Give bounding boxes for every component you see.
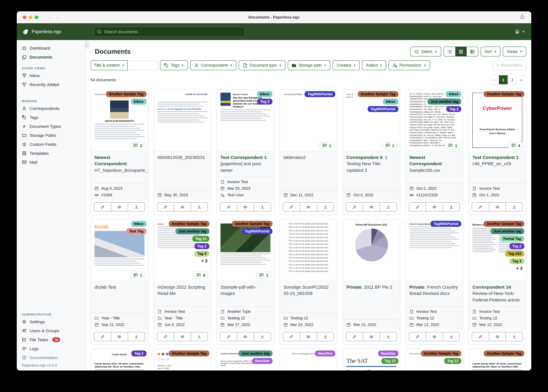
preview-button[interactable] (426, 203, 443, 211)
sidebar-item-tags[interactable]: Tags (17, 113, 85, 122)
document-correspondent[interactable]: Private (346, 284, 361, 289)
document-card[interactable]: Patient BP Distribution 2011 Private: 20… (343, 219, 400, 344)
document-title[interactable]: 0004814539_20230531 (154, 151, 211, 190)
comment-badge[interactable]: 1 (319, 142, 334, 149)
sidebar-item-storage-paths[interactable]: Storage Paths (17, 131, 85, 140)
tag-chip-tag-222[interactable]: Tag 222 (505, 251, 524, 257)
search-input[interactable]: Search documents (94, 27, 245, 37)
page-button-first[interactable]: « (490, 75, 499, 84)
tag-chip-another-sample-tag[interactable]: Another Sample Tag (106, 91, 147, 97)
edit-button[interactable] (346, 332, 363, 341)
back-icon[interactable]: ‹ (49, 15, 50, 20)
document-card[interactable]: This is a test for the double space char… (280, 219, 337, 344)
document-card[interactable]: Another Sample TagTag 12 This is a test (406, 349, 463, 371)
document-title[interactable]: tablerates2 (280, 151, 337, 190)
document-card[interactable]: TagWithPartial Country,Region/State,"...… (280, 89, 337, 215)
document-card[interactable]: TagWithPartial French Country Bread Priv… (406, 219, 463, 344)
document-card[interactable]: Another Sample TagInbox Francja pod rzNA… (91, 89, 148, 215)
document-title[interactable]: Correspondent 9: 1 Testing New Title Upd… (343, 151, 400, 190)
tag-chip-newone[interactable]: NewOne (252, 358, 272, 364)
sidebar-item-documentation[interactable]: Documentation (17, 353, 85, 362)
preview-button[interactable] (489, 332, 506, 341)
preview-button[interactable] (174, 332, 191, 341)
tag-chip-tag-2[interactable]: Tag 2 (131, 350, 146, 357)
document-correspondent[interactable]: Private (410, 284, 425, 289)
document-correspondent[interactable]: Test Correspondent 1 (220, 155, 267, 160)
document-card[interactable]: ✳ BANK OF SCOTLAND2,0 % p. a. auf Ihr Ta… (154, 89, 211, 215)
download-button[interactable] (443, 203, 460, 211)
document-card[interactable]: NewOne This is a multi page document. Pa… (280, 349, 337, 371)
preview-button[interactable] (111, 203, 128, 211)
share-icon[interactable] (520, 14, 525, 20)
document-card[interactable]: InboxTest Tag Drylab1 drylab Test Year -… (91, 219, 148, 344)
views-button[interactable]: Views▼ (503, 47, 526, 56)
edit-button[interactable] (157, 203, 174, 211)
select-button[interactable]: Select▼ (411, 47, 441, 56)
document-card[interactable]: NewOneTag 12 The SATPractice Test #1Make… (343, 349, 400, 371)
sidebar-item-documents[interactable]: Documents (17, 53, 85, 62)
tag-chip-another-sample-tag[interactable]: Another Sample Tag (484, 350, 524, 357)
sidebar-item-logs[interactable]: Logs (17, 344, 85, 353)
forward-icon[interactable]: › (57, 15, 59, 20)
edit-button[interactable] (409, 332, 426, 341)
sidebar-item-correspondents[interactable]: Correspondents (17, 104, 85, 113)
comment-badge[interactable]: 1 (130, 272, 145, 279)
page-button-last[interactable]: » (517, 75, 526, 84)
tag-chip-another-sample-tag[interactable]: Another Sample Tag (484, 91, 524, 97)
sort-button[interactable]: Sort▼ (481, 47, 500, 56)
preview-button[interactable] (363, 332, 380, 341)
download-button[interactable] (128, 332, 145, 341)
sidebar-item-recently-added[interactable]: Recently Added (17, 80, 85, 89)
filter-permissions-button[interactable]: Permissions▼ (389, 60, 430, 70)
tag-chip-tag-2[interactable]: Tag 2 (194, 243, 209, 249)
tag-chip-tag-12[interactable]: Tag 12 (444, 358, 461, 364)
document-card[interactable]: Another Sample TagTagWithPartial 1 2samp… (216, 219, 274, 344)
document-card[interactable]: Just another tagNewOne Contact Sheet Dem… (216, 349, 274, 371)
edit-button[interactable] (220, 332, 237, 341)
tag-chip-just-another-tag[interactable]: Just another tag (176, 228, 209, 234)
preview-button[interactable] (300, 203, 317, 211)
tag-chip-another-sample-tag[interactable]: Another Sample Tag (484, 221, 524, 227)
filter-correspondent-button[interactable]: Correspondent▼ (190, 60, 236, 70)
edit-button[interactable] (409, 203, 426, 211)
document-correspondent[interactable]: Test Correspondent 1 (472, 155, 519, 160)
sidebar-item-templates[interactable]: Templates (17, 149, 85, 158)
tag-chip-tagwithpartial[interactable]: TagWithPartial (242, 228, 272, 234)
sidebar-item-users-groups[interactable]: Users & Groups (17, 326, 85, 335)
preview-button[interactable] (426, 332, 443, 341)
view-details-button[interactable] (467, 47, 478, 56)
document-card[interactable]: Tag 2 Lorem ipsumLorem ipsum dolor sit a… (91, 349, 148, 371)
download-button[interactable] (128, 203, 145, 211)
close-window-button[interactable] (23, 15, 26, 19)
minimize-window-button[interactable] (29, 15, 32, 19)
document-card[interactable]: Another Sample Tag Test Name123-456-7890… (154, 349, 211, 371)
tag-chip-just-another-tag[interactable]: Just another tag (490, 228, 524, 234)
preview-button[interactable] (237, 332, 254, 341)
tag-chip-inbox[interactable]: Inbox (131, 98, 146, 105)
tag-chip-inbox[interactable]: Inbox (257, 91, 272, 97)
tag-chip-tagwithpartial[interactable]: TagWithPartial (368, 106, 398, 112)
download-button[interactable] (254, 332, 271, 341)
view-grid-button[interactable] (455, 47, 467, 56)
document-title[interactable]: Test Correspondent 1: UM_PPBE_en_v29 (469, 151, 526, 183)
download-button[interactable] (380, 203, 397, 211)
preview-button[interactable] (489, 203, 506, 211)
tag-chip-newone[interactable]: NewOne (315, 350, 335, 357)
tag-chip-partial-tag[interactable]: Partial Tag (500, 236, 524, 242)
comment-badge[interactable]: 1 (445, 142, 460, 149)
sidebar-item-custom-fields[interactable]: Custom Fields (17, 140, 85, 149)
preview-button[interactable] (300, 332, 317, 341)
page-button-1[interactable]: 1 (499, 75, 508, 84)
document-card[interactable]: Another Sample Tag CyberPowerPowerPanel®… (469, 89, 526, 215)
edit-button[interactable] (220, 203, 237, 211)
document-correspondent[interactable]: Newest Correspondent (410, 155, 442, 166)
tag-chip-tag-2[interactable]: Tag 2 (446, 106, 461, 112)
edit-button[interactable] (346, 203, 363, 211)
filter-tags-button[interactable]: Tags▼ (160, 60, 188, 70)
preview-button[interactable] (174, 203, 191, 211)
document-correspondent[interactable]: Correspondent 14 (472, 284, 511, 289)
tag-chip-just-another-tag[interactable]: Just another tag (238, 350, 273, 357)
comment-badge[interactable]: 1 (382, 142, 397, 149)
document-title[interactable]: Test Correspondent 1: [paperless] test p… (217, 151, 274, 177)
download-button[interactable] (254, 203, 271, 211)
